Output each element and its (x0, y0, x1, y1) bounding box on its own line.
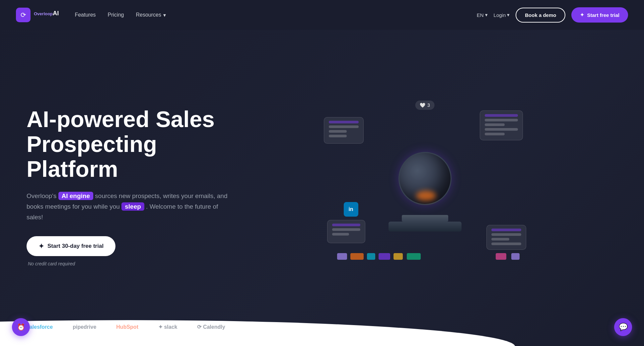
float-card-top-left (324, 117, 364, 144)
sparkle-icon: ✦ (580, 12, 584, 18)
language-selector[interactable]: EN (477, 12, 488, 18)
product-illustration: 🤍 3 (317, 91, 533, 283)
hero-illustration: 🤍 3 (232, 87, 617, 286)
logo-link[interactable]: ⟳ OverloopAI (16, 8, 59, 22)
nav-right: EN Login Book a demo ✦ Start free trial (477, 7, 628, 23)
chat-button[interactable]: 💬 (614, 318, 632, 336)
hero-title: AI-powered Sales Prospecting Platform (27, 107, 232, 181)
nav-pricing-link[interactable]: Pricing (108, 12, 124, 18)
book-demo-button[interactable]: Book a demo (516, 8, 565, 23)
chip-7 (496, 253, 506, 260)
float-card-bottom-right (486, 225, 526, 250)
heart-icon: 🤍 (420, 103, 425, 108)
integration-logos: salesforce pipedrive HubSpot ✦ slack ⟳ C… (0, 324, 644, 346)
float-card-bottom-left (327, 220, 365, 243)
slack-logo: ✦ slack (158, 324, 177, 330)
no-credit-card-note: No credit card required (28, 261, 75, 266)
free-trial-button[interactable]: ✦ Start 30-day free trial (27, 236, 115, 256)
hero-left: AI-powered Sales Prospecting Platform Ov… (27, 107, 232, 266)
top-notification: 🤍 3 (415, 101, 435, 110)
nav-resources-dropdown[interactable]: Resources (136, 12, 166, 18)
chip-8 (511, 253, 520, 260)
start-trial-button[interactable]: ✦ Start free trial (571, 7, 628, 23)
ai-engine-highlight: AI engine (58, 192, 94, 200)
calendly-logo: ⟳ Calendly (197, 324, 225, 330)
platform-base (389, 222, 462, 232)
chip-1 (337, 253, 347, 260)
globe-glow (416, 191, 436, 201)
conveyor-belt (317, 246, 533, 263)
machine-globe (398, 152, 452, 205)
chip-4 (379, 253, 390, 260)
cta-area: ✦ Start 30-day free trial No credit card… (27, 236, 232, 267)
chip-6 (407, 253, 421, 260)
hero-content: AI-powered Sales Prospecting Platform Ov… (0, 30, 644, 324)
hero-section: AI-powered Sales Prospecting Platform Ov… (0, 0, 644, 346)
machine-center (395, 132, 455, 232)
sparkle-icon: ✦ (38, 242, 44, 250)
navbar: ⟳ OverloopAI Features Pricing Resources … (0, 0, 644, 30)
logo-text: OverloopAI (34, 10, 59, 20)
platform-mid (402, 215, 448, 222)
pipedrive-logo: pipedrive (73, 324, 96, 330)
hubspot-logo: HubSpot (116, 324, 138, 330)
help-button[interactable]: ⏰ (12, 318, 30, 336)
sleep-highlight: sleep (121, 202, 144, 211)
chip-3 (367, 253, 375, 260)
salesforce-logo: salesforce (27, 324, 53, 330)
nav-links: Features Pricing Resources (75, 12, 166, 18)
hero-description: Overloop's AI engine sources new prospec… (27, 191, 232, 223)
nav-features-link[interactable]: Features (75, 12, 96, 18)
linkedin-badge: in (344, 202, 358, 217)
logo-icon: ⟳ (16, 8, 31, 22)
chip-2 (350, 253, 364, 260)
float-card-top-right (480, 110, 523, 140)
chip-5 (394, 253, 403, 260)
login-button[interactable]: Login (494, 12, 510, 18)
nav-left: ⟳ OverloopAI Features Pricing Resources (16, 8, 166, 22)
